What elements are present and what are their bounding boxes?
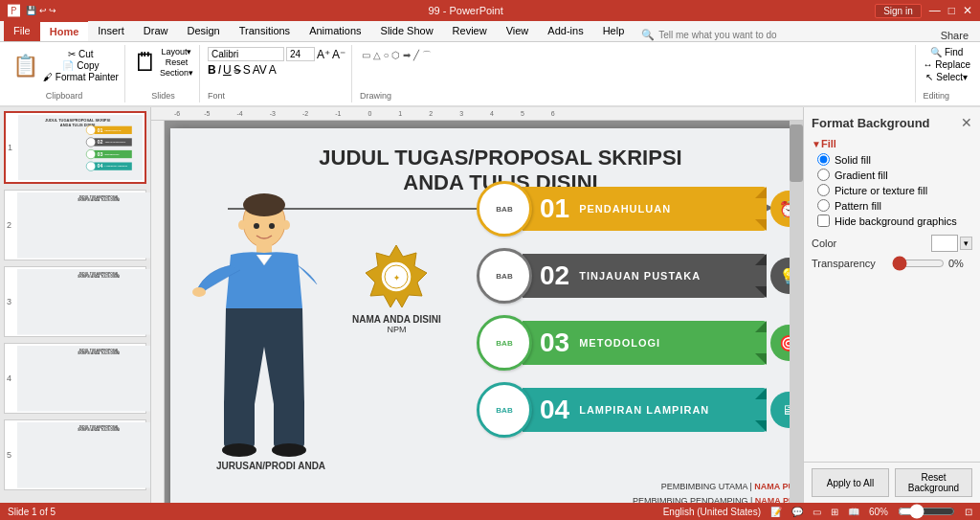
- editing-label: Editing: [924, 91, 950, 101]
- color-row: Color ▾: [812, 235, 972, 252]
- scrollbar-thumb[interactable]: [790, 124, 803, 182]
- transparency-slider[interactable]: [892, 256, 945, 271]
- section-button[interactable]: Section▾: [160, 68, 193, 78]
- bold-button[interactable]: B: [208, 63, 216, 77]
- tab-home[interactable]: Home: [40, 20, 89, 41]
- comments-icon[interactable]: 💬: [791, 507, 803, 517]
- svg-rect-5: [274, 399, 304, 447]
- slides-buttons: 🗒 Layout▾ Reset Section▾: [133, 47, 193, 78]
- bab-fold-top-1: [755, 187, 767, 198]
- bab-label-2: BAB: [496, 272, 512, 281]
- underline-button[interactable]: U: [223, 63, 232, 77]
- clipboard-label: Clipboard: [46, 91, 83, 101]
- tab-help[interactable]: Help: [593, 20, 635, 41]
- slide-thumb-3[interactable]: 3 JUDUL TUGAS/PROPOSAL SKRIPSI ANDA TULI…: [4, 266, 146, 337]
- gradient-fill-option[interactable]: Gradient fill: [817, 169, 972, 181]
- slide-preview-4: JUDUL TUGAS/PROPOSAL SKRIPSI ANDA TULIS …: [17, 346, 151, 411]
- replace-button[interactable]: ↔ Replace: [924, 59, 970, 70]
- shadow-button[interactable]: S: [243, 63, 251, 77]
- italic-button[interactable]: I: [218, 63, 221, 77]
- tab-transitions[interactable]: Transitions: [230, 20, 300, 41]
- pattern-fill-label: Pattern fill: [835, 200, 881, 212]
- picture-fill-label: Picture or texture fill: [835, 185, 927, 196]
- sign-in-button[interactable]: Sign in: [875, 4, 922, 18]
- slides-panel[interactable]: 1 JUDUL TUGAS/PROPOSAL SKRIPSI ANDA TULI…: [0, 107, 151, 503]
- tab-file[interactable]: File: [4, 20, 40, 41]
- paste-button[interactable]: 📋: [10, 49, 41, 82]
- hide-graphics-checkbox[interactable]: [817, 215, 830, 227]
- select-button[interactable]: ↖ Select▾: [924, 72, 970, 82]
- slide-thumb-4[interactable]: 4 JUDUL TUGAS/PROPOSAL SKRIPSI ANDA TULI…: [4, 343, 146, 414]
- reset-background-button[interactable]: Reset Background: [895, 468, 972, 497]
- copy-button[interactable]: 📄 Copy: [43, 60, 119, 71]
- svg-point-6: [222, 443, 256, 457]
- bab-circle-2: BAB: [477, 248, 532, 304]
- tab-draw[interactable]: Draw: [134, 20, 178, 41]
- pattern-fill-option[interactable]: Pattern fill: [817, 199, 972, 212]
- font-size-input[interactable]: [286, 47, 315, 61]
- fill-collapse-btn[interactable]: ▼: [812, 139, 821, 149]
- share-button[interactable]: Share: [933, 30, 976, 41]
- pembimbing-utama-name: NAMA PU: [754, 482, 794, 491]
- maximize-btn[interactable]: □: [948, 4, 955, 17]
- font-grow-button[interactable]: A⁺: [317, 48, 330, 61]
- bab-fold-top-4: [755, 388, 767, 399]
- slide-thumb-2[interactable]: 2 JUDUL TUGAS/PROPOSAL SKRIPSI ANDA TULI…: [4, 190, 146, 260]
- bab-ribbon-4: 04 LAMPIRAN LAMPIRAN: [523, 388, 767, 432]
- slide-num-2: 2: [7, 220, 14, 230]
- color-swatch[interactable]: [931, 235, 958, 252]
- hide-graphics-option[interactable]: Hide background graphics: [817, 215, 972, 227]
- scrollbar-vertical[interactable]: [790, 121, 803, 503]
- font-color-button[interactable]: A: [269, 63, 277, 77]
- fit-icon[interactable]: ⊡: [965, 507, 972, 517]
- bab-fold-bottom-4: [755, 420, 767, 432]
- font-family-input[interactable]: [208, 47, 284, 61]
- find-button[interactable]: 🔍 Find: [924, 47, 970, 57]
- transparency-value: 0%: [948, 258, 964, 269]
- bab-ribbon-1: 01 PENDAHULUAN: [523, 187, 767, 231]
- bab-ribbon-3: 03 METODOLOGI: [523, 321, 767, 365]
- view-normal-icon[interactable]: ▭: [813, 507, 821, 517]
- slide-num-4: 4: [7, 373, 14, 383]
- slide-preview-3: JUDUL TUGAS/PROPOSAL SKRIPSI ANDA TULIS …: [17, 269, 151, 334]
- strikethrough-button[interactable]: S̶: [234, 63, 241, 77]
- pembimbing-utama-row: PEMBIMBING UTAMA | NAMA PU: [633, 480, 794, 493]
- tab-review[interactable]: Review: [443, 20, 497, 41]
- reset-button[interactable]: Reset: [160, 57, 193, 67]
- new-slide-button[interactable]: 🗒: [133, 50, 158, 75]
- notes-icon[interactable]: 📝: [770, 507, 782, 517]
- color-dropdown-btn[interactable]: ▾: [960, 237, 972, 250]
- tab-design[interactable]: Design: [177, 20, 229, 41]
- tab-slideshow[interactable]: Slide Show: [371, 20, 443, 41]
- ribbon-search-input[interactable]: [658, 30, 802, 40]
- apply-to-all-button[interactable]: Apply to All: [812, 468, 889, 497]
- slide-thumb-1[interactable]: 1 JUDUL TUGAS/PROPOSAL SKRIPSI ANDA TULI…: [4, 111, 146, 184]
- slide-1-content: JUDUL TUGAS/PROPOSAL SKRIPSI ANDA TULIS …: [18, 115, 143, 180]
- solid-fill-option[interactable]: Solid fill: [817, 153, 972, 166]
- tab-view[interactable]: View: [497, 20, 539, 41]
- picture-fill-radio[interactable]: [817, 184, 830, 196]
- canvas-area: -6-5-4-3-2-10123456 JUDUL TUGAS/PROPOSAL…: [151, 107, 803, 503]
- zoom-slider[interactable]: [898, 506, 955, 517]
- minimize-btn[interactable]: —: [929, 4, 941, 17]
- char-spacing-button[interactable]: AV: [253, 63, 267, 77]
- tab-addins[interactable]: Add-ins: [538, 20, 592, 41]
- close-btn[interactable]: ✕: [963, 4, 972, 17]
- tab-insert[interactable]: Insert: [88, 20, 134, 41]
- gradient-fill-radio[interactable]: [817, 169, 830, 181]
- color-control: ▾: [931, 235, 972, 252]
- ruler-horizontal: -6-5-4-3-2-10123456: [151, 107, 803, 121]
- bab-label-3: BAB: [496, 339, 512, 348]
- solid-fill-radio[interactable]: [817, 153, 830, 166]
- cut-button[interactable]: ✂ Cut: [43, 49, 119, 59]
- view-reading-icon[interactable]: 📖: [848, 507, 859, 517]
- slide-thumb-5[interactable]: 5 JUDUL TUGAS/PROPOSAL SKRIPSI ANDA TULI…: [4, 419, 146, 490]
- font-shrink-button[interactable]: A⁻: [332, 48, 345, 61]
- picture-fill-option[interactable]: Picture or texture fill: [817, 184, 972, 196]
- pattern-fill-radio[interactable]: [817, 199, 830, 212]
- close-panel-button[interactable]: ✕: [961, 115, 972, 130]
- layout-button[interactable]: Layout▾: [160, 47, 193, 57]
- view-slide-icon[interactable]: ⊞: [831, 507, 838, 517]
- format-painter-button[interactable]: 🖌 Format Painter: [43, 72, 119, 82]
- tab-animations[interactable]: Animations: [300, 20, 370, 41]
